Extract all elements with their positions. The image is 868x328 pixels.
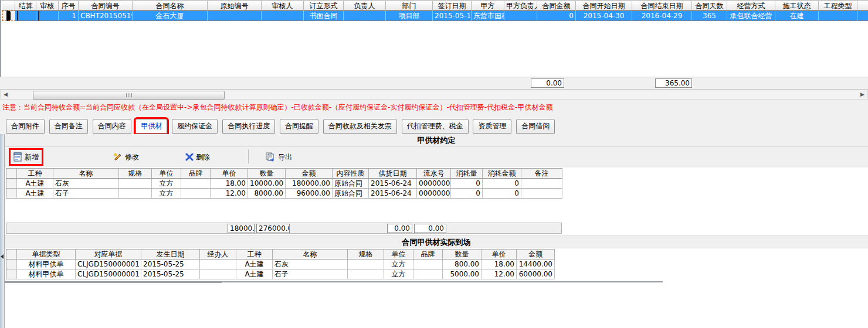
tab-qualification-mgmt[interactable]: 资质管理: [473, 119, 511, 134]
consumed-qty-cell: 0: [451, 189, 483, 199]
brand-cell: [413, 269, 443, 279]
tab-contract-content[interactable]: 合同内容: [93, 119, 131, 134]
left-scrollbar[interactable]: [0, 134, 5, 328]
tab-performance-bond[interactable]: 履约保证金: [172, 119, 218, 134]
section-title-agreed: 甲供材约定: [5, 134, 868, 147]
contract-row-selected[interactable]: 1 CBHT2015051901 金石大厦 书面合同 项目部 2015-05-1…: [2, 11, 868, 21]
col-consumed-qty[interactable]: 消耗量: [451, 169, 483, 179]
col-amount[interactable]: 金额: [286, 169, 333, 179]
review-checkbox[interactable]: [38, 11, 39, 20]
ref-doc-cell: CLJGD150000001: [76, 259, 141, 269]
tab-contract-progress[interactable]: 合同执行进度: [222, 119, 275, 134]
tab-receipts-invoices[interactable]: 合同收款及相关发票: [323, 119, 397, 134]
bottom-scrollbar-track[interactable]: [222, 282, 663, 283]
column-header-days[interactable]: 合同天数: [692, 1, 727, 11]
scroll-right-arrow-icon[interactable]: ▶: [858, 91, 867, 98]
column-header-seq[interactable]: 序号: [59, 1, 79, 11]
remark-cell: [521, 189, 562, 199]
gutter-cell: [6, 179, 17, 189]
horizontal-scrollbar[interactable]: ◀ ▶: [0, 90, 868, 100]
col-name[interactable]: 名称: [273, 250, 348, 259]
col-content-nature[interactable]: 内容性质: [333, 169, 369, 179]
scroll-left-arrow-icon[interactable]: [1, 254, 4, 259]
column-header-party-a[interactable]: 甲方: [472, 1, 504, 11]
consumed-amount-cell: 0: [483, 179, 521, 189]
col-handler[interactable]: 经办人: [200, 250, 236, 259]
consumed-amount-cell: 0: [483, 189, 521, 199]
col-ref-doc[interactable]: 对应单据: [76, 250, 141, 259]
column-header-contract-name[interactable]: 合同名称: [133, 1, 208, 11]
contract-name-cell: 金石大厦: [133, 11, 208, 21]
col-consumed-amount[interactable]: 消耗金额: [483, 169, 521, 179]
brand-cell: [413, 259, 443, 269]
column-header-reviewer[interactable]: 审核人: [262, 1, 304, 11]
col-brand[interactable]: 品牌: [413, 250, 443, 259]
name-cell: 石灰: [273, 259, 348, 269]
agreed-table-row[interactable]: A土建 石子 立方 12.00 8000.00 96000.00 原始合同 20…: [6, 189, 562, 199]
consumed-qty-total-field: 0.00: [387, 224, 412, 233]
column-header-contract-no[interactable]: 合同编号: [79, 1, 133, 11]
settle-checkbox[interactable]: [17, 11, 18, 20]
column-header-mode[interactable]: 经营方式: [727, 1, 775, 11]
row-selector-header: [2, 1, 15, 11]
tab-owner-supplied-materials[interactable]: 甲供材: [135, 119, 167, 134]
column-header-review[interactable]: 审核: [36, 1, 59, 11]
remark-cell: [521, 179, 562, 189]
modify-button[interactable]: 修改: [110, 150, 142, 164]
occur-date-cell: 2015-05-25: [141, 259, 200, 269]
col-qty[interactable]: 数量: [443, 250, 482, 259]
scrollbar-thumb[interactable]: [33, 91, 225, 100]
agreed-table-row[interactable]: A土建 石灰 立方 18.00 10000.00 180000.00 原始合同 …: [6, 179, 562, 189]
brand-cell: [181, 179, 211, 189]
col-serial-no[interactable]: 流水号: [417, 169, 451, 179]
scroll-left-arrow-icon[interactable]: ◀: [1, 91, 10, 98]
export-button[interactable]: 导出: [263, 150, 295, 164]
col-supply-date[interactable]: 供货日期: [369, 169, 417, 179]
tab-contract-notes[interactable]: 合同备注: [49, 119, 88, 134]
column-header-original-no[interactable]: 原始编号: [208, 1, 262, 11]
reviewer-cell: [262, 11, 304, 21]
tab-contract-reminder[interactable]: 合同提醒: [280, 119, 318, 134]
original-no-cell: [208, 11, 262, 21]
col-occur-date[interactable]: 发生日期: [141, 250, 200, 259]
delete-x-icon: [185, 153, 194, 161]
column-header-amount[interactable]: 合同金额: [537, 1, 576, 11]
seq-cell: 1: [59, 11, 79, 21]
col-spec[interactable]: 规格: [119, 169, 152, 179]
col-name[interactable]: 名称: [53, 169, 119, 179]
col-unit[interactable]: 单位: [384, 250, 413, 259]
column-header-party-a-manager[interactable]: 甲方负责人: [504, 1, 537, 11]
col-worktype[interactable]: 工种: [17, 169, 53, 179]
col-unit[interactable]: 单位: [152, 169, 181, 179]
column-header-settle[interactable]: 结算: [15, 1, 36, 11]
column-header-start-date[interactable]: 合同开始日期: [576, 1, 632, 11]
column-header-status[interactable]: 施工状态: [775, 1, 819, 11]
arrival-table-row[interactable]: 材料甲供单 CLJGD150000001 2015-05-25 A土建 石子 立…: [6, 269, 555, 279]
col-unit-price[interactable]: 单价: [482, 250, 517, 259]
gutter-header: [6, 250, 17, 259]
col-amount[interactable]: 金额: [517, 250, 555, 259]
col-qty[interactable]: 数量: [248, 169, 286, 179]
col-remark[interactable]: 备注: [521, 169, 562, 179]
column-header-sign-date[interactable]: 签订日期: [433, 1, 472, 11]
tab-contract-attachments[interactable]: 合同附件: [6, 119, 45, 134]
column-header-project-type[interactable]: 工程类型: [819, 1, 857, 11]
tab-contract-borrowing[interactable]: 合同借阅: [516, 119, 555, 134]
delete-button[interactable]: 删除: [182, 150, 213, 164]
column-header-form[interactable]: 订立形式: [304, 1, 344, 11]
content-nature-cell: 原始合同: [333, 179, 369, 189]
spec-cell: [119, 189, 152, 199]
column-header-manager[interactable]: 负责人: [344, 1, 386, 11]
tab-withheld-fees-taxes[interactable]: 代扣管理费、税金: [402, 119, 469, 134]
col-worktype[interactable]: 工种: [236, 250, 273, 259]
add-button[interactable]: 新增: [11, 150, 42, 164]
spec-cell: [348, 269, 384, 279]
arrival-table-row[interactable]: 材料甲供单 CLJGD150000001 2015-05-25 A土建 石灰 立…: [6, 259, 555, 269]
col-unit-price[interactable]: 单价: [211, 169, 248, 179]
col-spec[interactable]: 规格: [348, 250, 384, 259]
contract-grid: 结算 审核 序号 合同编号 合同名称 原始编号 审核人 订立形式 负责人 部门 …: [0, 0, 868, 77]
col-doc-type[interactable]: 单据类型: [17, 250, 76, 259]
column-header-department[interactable]: 部门: [386, 1, 433, 11]
col-brand[interactable]: 品牌: [181, 169, 211, 179]
column-header-end-date[interactable]: 合同结束日期: [632, 1, 692, 11]
